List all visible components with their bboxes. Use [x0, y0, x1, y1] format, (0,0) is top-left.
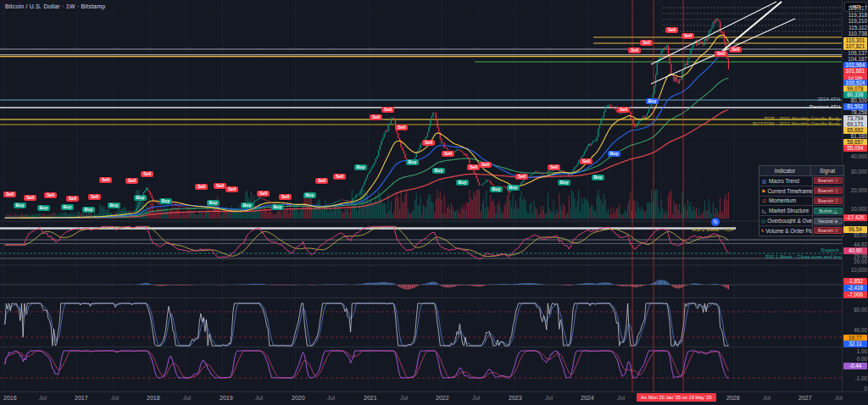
- sell-signal-badge: Sell: [225, 186, 238, 192]
- sell-signal-badge: Sell: [66, 196, 79, 202]
- price-axis-label: 30,000: [851, 169, 867, 175]
- signal-value-chip: Bearish ▽: [814, 177, 843, 184]
- buy-signal-badge: Buy: [61, 204, 74, 210]
- chart-canvas[interactable]: [0, 0, 868, 405]
- indicator-label: Market Structure: [769, 208, 809, 214]
- price-axis-label: -2,418: [843, 285, 867, 291]
- label-rsi-support: Support:: [821, 247, 840, 253]
- sell-signal-badge: Sell: [665, 27, 678, 33]
- timeframe-flag-icon: ⚑: [761, 188, 765, 194]
- buy-signal-badge: Buy: [14, 202, 26, 208]
- indicator-label: Volume & Order Flow: [765, 228, 812, 234]
- buy-signal-badge: Buy: [159, 198, 172, 204]
- time-axis-label: 2022: [436, 395, 449, 401]
- symbol-title: Bitcoin / U.S. Dollar · 1W · Bitstamp: [5, 3, 105, 9]
- price-axis-label: 0: [864, 386, 867, 392]
- label-rsi-1w-buy: RSI 1 Week - Close eyes and buy: [765, 254, 842, 260]
- price-axis-label: 110,738: [849, 31, 867, 37]
- time-axis-label: Jul: [617, 395, 625, 401]
- sell-signal-badge: Sell: [125, 178, 138, 184]
- price-axis-label: -0.44: [843, 363, 867, 369]
- time-axis-label: 2017: [75, 395, 88, 401]
- time-axis-label: 2018: [147, 395, 160, 401]
- date-range-badge: Av. Mon 20 Jan '25 on 19 May '25: [637, 393, 716, 402]
- market-structure-icon: ◺: [761, 208, 767, 214]
- buy-signal-badge: Buy: [558, 180, 570, 186]
- time-axis-label: Jul: [472, 395, 480, 401]
- label-previous-ath: Previous ATH: [810, 104, 840, 110]
- tradingview-chart-window: Bitcoin / U.S. Dollar · 1W · Bitstamp US…: [0, 0, 868, 405]
- time-axis-label: 2023: [509, 395, 522, 401]
- buy-signal-badge: Buy: [592, 175, 604, 180]
- time-axis-label: 2021: [364, 395, 377, 401]
- time-axis-label: Jul: [763, 395, 771, 401]
- buy-signal-badge: Buy: [406, 159, 419, 165]
- time-axis-label: Jul: [183, 395, 191, 401]
- sell-signal-badge: Sell: [257, 191, 270, 197]
- macro-trend-icon: ▥: [761, 178, 767, 184]
- time-axis-label: 2024: [581, 395, 594, 401]
- price-axis-label: 80.00: [854, 307, 867, 313]
- time-axis-label: Jul: [327, 395, 335, 401]
- sell-signal-badge: Sell: [195, 184, 208, 190]
- sell-signal-badge: Sell: [422, 140, 435, 146]
- indicator-table-header: Indicator Signal: [760, 166, 843, 176]
- sell-signal-badge: Sell: [580, 158, 593, 164]
- momentum-omega-icon: Ω: [761, 198, 767, 203]
- buy-signal-badge: Buy: [490, 186, 503, 192]
- sell-signal-badge: Sell: [715, 51, 727, 57]
- buy-signal-badge: Buy: [108, 202, 120, 208]
- label-rsi-2w-top: RSI 2 Week - TOP: [693, 227, 734, 233]
- sell-signal-badge: Sell: [548, 164, 560, 170]
- sell-signal-badge: Sell: [141, 171, 153, 177]
- sell-signal-badge: Sell: [395, 125, 408, 130]
- indicator-table-row: ⚑Current Timeframe SignalBearish ▽: [760, 186, 843, 196]
- sell-signal-badge: Sell: [381, 107, 394, 113]
- signal-column-header: Signal: [810, 166, 843, 175]
- sell-signal-badge: Sell: [24, 195, 36, 201]
- time-axis-label: 2016: [3, 395, 17, 401]
- sell-signal-badge: Sell: [442, 151, 454, 157]
- signal-value-chip: Neutral ⊖: [814, 218, 843, 225]
- sell-signal-badge: Sell: [467, 164, 480, 170]
- sell-signal-badge: Sell: [3, 191, 16, 197]
- sell-signal-badge: Sell: [88, 194, 101, 200]
- price-axis-label: 85.00: [854, 232, 867, 239]
- buy-signal-badge: Buy: [432, 168, 445, 174]
- buy-signal-badge: Buy: [134, 195, 147, 201]
- price-axis-label: 55,094: [843, 145, 867, 152]
- buy-signal-badge: Buy: [354, 164, 367, 170]
- buy-signal-badge: Buy: [507, 185, 520, 191]
- price-axis-label: 1.00: [857, 348, 867, 355]
- time-axis-label: 2019: [220, 395, 233, 401]
- sell-signal-badge: Sell: [279, 194, 292, 200]
- price-axis-label: 0.00: [857, 356, 867, 363]
- indicator-label: Macro Trend: [769, 178, 799, 184]
- price-axis-label: 32.11: [843, 341, 867, 347]
- signal-value-chip: Bearish ▽: [814, 197, 843, 204]
- time-axis-label: 2026: [726, 395, 740, 401]
- indicator-table-row: ◎Overbought & OversoldNeutral ⊖: [760, 215, 843, 225]
- signal-value-chip: Bearish ▽: [814, 227, 843, 234]
- indicator-table-row: ϟVolume & Order FlowBearish ▽: [760, 225, 843, 236]
- indicator-column-header: Indicator: [760, 168, 810, 174]
- time-axis-label: Jul: [255, 395, 263, 401]
- sell-signal-badge: Sell: [729, 47, 742, 53]
- price-axis-label: -1.00: [855, 375, 867, 382]
- indicator-table-row: ◺Market StructureBullish △: [760, 205, 843, 215]
- sell-signal-badge: Sell: [333, 174, 346, 180]
- sell-signal-badge: Sell: [214, 183, 226, 189]
- buy-signal-badge: Buy: [303, 192, 316, 198]
- sell-signal-badge: Sell: [640, 40, 653, 46]
- buy-signal-badge-alt: Buy: [646, 98, 659, 104]
- price-axis-label: 20.00: [854, 258, 867, 265]
- indicator-table-row: ΩMomentumBearish ▽: [760, 196, 843, 206]
- signal-value-chip: Bullish △: [814, 208, 843, 214]
- buy-signal-badge: Buy: [37, 205, 50, 211]
- signal-indicator-table: Indicator Signal ▥Macro TrendBearish ▽⚑C…: [759, 165, 844, 236]
- blue-circle-sticker-icon: ↻: [711, 218, 720, 226]
- price-axis-label: -1,852: [843, 278, 867, 285]
- price-axis-label: 40.00: [854, 327, 867, 334]
- time-axis-label: Jul: [39, 395, 47, 401]
- volume-lightning-icon: ϟ: [761, 228, 764, 233]
